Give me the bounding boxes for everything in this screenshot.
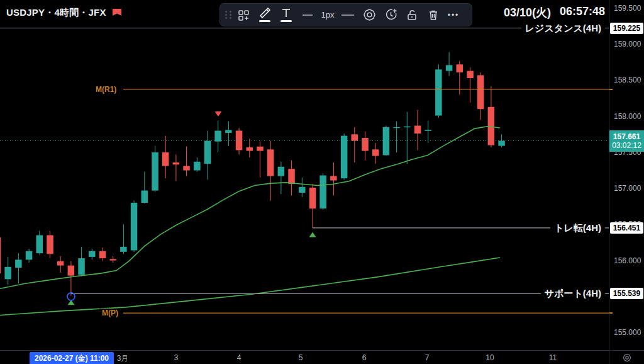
alert-add-button[interactable] [380,5,401,25]
pivot-axis-tick [609,89,613,90]
delete-button[interactable] [423,5,444,25]
candle-body [183,166,190,171]
candle-body [225,130,232,133]
candle-body [120,247,127,252]
broker-flag-icon [112,8,122,18]
lock-button[interactable] [401,5,423,25]
price-level-badge: 156.451 [610,222,643,234]
candle-body [330,176,337,181]
time-tick-label: 3 [174,353,179,362]
candle-body [0,237,1,273]
pivot-r1-label[interactable]: M(R1) [93,85,119,94]
gear-icon[interactable] [623,353,631,362]
candle-body [173,162,180,164]
line-width-preview[interactable] [297,5,318,25]
time-tick-label: 3月 [117,353,129,364]
candle-body [236,131,243,151]
symbol-title-label: USDJPY・4時間・JFX [6,7,106,19]
candle-body [267,149,274,176]
pivot-p-label[interactable]: M(P) [99,309,121,317]
candle-body [47,236,53,254]
price-tick-label: 157.000 [614,184,641,193]
time-tick-label: 10 [486,353,494,362]
price-tick-label: 155.000 [614,328,641,337]
candle-body [89,251,96,257]
candle-body [477,75,484,109]
toolbar-drag-handle[interactable] [224,9,233,21]
candle-body [372,149,379,156]
candle-body [131,203,138,251]
clock: 03/10(火) 06:57:48 [504,5,605,20]
candle-body [26,251,33,260]
candle-body [288,169,295,184]
price-axis[interactable]: 159.500159.000158.500158.000157.500157.0… [609,0,644,350]
price-tick-label: 158.000 [614,112,641,121]
chart-canvas[interactable] [0,0,609,350]
candle-body [142,191,148,203]
price-tick-label: 156.000 [614,256,641,265]
candle-body [194,162,201,171]
candle-body [204,141,211,164]
candle-body [162,152,169,166]
resistance-label[interactable]: レジスタンス(4H) [521,22,605,34]
candle-body [467,71,474,78]
draw-color-indicator [259,20,270,22]
time-tick-label: 4 [237,353,242,362]
clock-date: 03/10(火) [504,5,551,20]
clock-time: 06:57:48 [560,5,605,20]
sell-marker-icon [215,111,222,117]
candle-body [435,69,442,115]
candle-body [299,187,306,193]
candle-body [257,147,264,151]
symbol-title[interactable]: USDJPY・4時間・JFX [6,7,122,19]
current-price-value: 157.661 [609,132,644,141]
time-axis[interactable]: 3月3456710112026-02-27 (金) 11:00 [0,350,644,364]
candle-body [99,251,106,258]
trend-reversal-label[interactable]: トレ転(4H) [550,222,605,234]
pivot-axis-tick [609,312,613,314]
price-tick-label: 159.000 [614,40,641,48]
price-tick-label: 158.500 [614,76,641,84]
time-tick-label: 5 [299,353,303,362]
text-tool-button[interactable] [275,5,297,25]
drawing-toolbar: 1px [219,3,472,26]
candle-body [78,258,85,275]
candle-body [15,259,21,268]
current-price-badge: 157.66103:02:12 [609,130,644,152]
axis-settings-corner[interactable] [609,350,644,364]
template-add-button[interactable] [233,5,254,25]
candle-body [414,126,421,134]
bar-countdown: 03:02:12 [609,141,644,150]
ma-long-line[interactable] [0,258,500,316]
candle-body [498,141,505,146]
support-label[interactable]: サポート(4H) [541,288,605,300]
line-width-label[interactable]: 1px [318,10,337,20]
candle-body [36,236,43,254]
price-tick-label: 159.500 [614,4,641,13]
price-level-badge: 159.225 [610,23,643,34]
time-tick-label: 6 [362,353,367,362]
settings-nut-button[interactable] [358,5,380,25]
candle-body [319,176,326,209]
candle-body [425,130,431,131]
anchor-date-badge: 2026-02-27 (金) 11:00 [30,352,114,364]
chart-window: USDJPY・4時間・JFX 03/10(火) 06:57:48 [0,0,644,364]
candle-body [57,261,64,266]
candle-body [247,147,253,151]
candle-body [352,134,358,140]
line-style-button[interactable] [337,5,358,25]
candle-body [383,127,390,156]
candle-body [109,259,116,260]
candle-body [404,127,411,128]
candle-body [68,266,75,276]
time-tick-label: 7 [425,353,430,362]
candle-body [4,267,11,280]
buy-marker-icon [309,232,316,237]
more-options-button[interactable]: ••• [444,11,463,20]
candle-body [152,152,158,191]
time-tick-label: 11 [549,353,557,362]
candle-body [214,131,221,142]
candle-body [278,167,285,176]
candle-body [341,136,348,179]
draw-tool-button[interactable] [254,5,275,25]
